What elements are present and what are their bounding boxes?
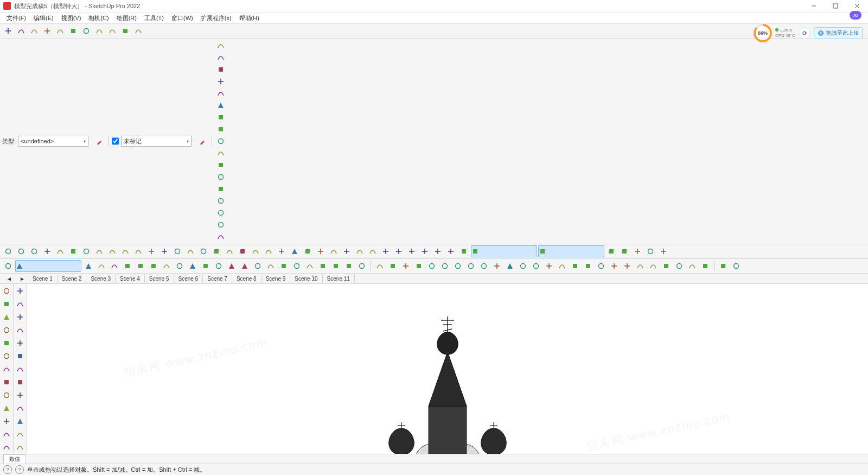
- help-hint1-icon[interactable]: ?: [3, 465, 12, 474]
- curve3-icon[interactable]: [452, 260, 464, 272]
- tag-checkbox[interactable]: [112, 136, 119, 146]
- boxes4-icon[interactable]: [215, 219, 227, 231]
- dot2-icon[interactable]: [556, 260, 568, 272]
- delete-icon[interactable]: [80, 25, 92, 37]
- zoomwin-icon[interactable]: [14, 415, 26, 427]
- ruler-icon[interactable]: [387, 260, 399, 272]
- menu-draw[interactable]: 绘图(R): [113, 13, 140, 23]
- menu-camera[interactable]: 相机(C): [85, 13, 112, 23]
- offset-icon[interactable]: [171, 245, 183, 257]
- prev-icon[interactable]: [14, 428, 26, 440]
- walk-icon[interactable]: [354, 245, 366, 257]
- tape-icon[interactable]: [224, 245, 235, 257]
- scene-tab-10[interactable]: Scene 10: [290, 275, 322, 283]
- menu-file[interactable]: 文件(F): [3, 13, 29, 23]
- curve1-icon[interactable]: [426, 260, 438, 272]
- fog-icon[interactable]: [658, 245, 669, 257]
- scene-tab-4[interactable]: Scene 4: [116, 275, 145, 283]
- angle-icon[interactable]: [699, 260, 711, 272]
- col-icon[interactable]: [621, 260, 633, 272]
- rotate-icon[interactable]: [197, 245, 209, 257]
- rect2-icon[interactable]: [122, 260, 133, 272]
- eraser-icon[interactable]: [15, 245, 27, 257]
- boxes2-icon[interactable]: [215, 195, 227, 207]
- menu-view[interactable]: 视图(V): [58, 13, 85, 23]
- scene-tab-3[interactable]: Scene 3: [86, 275, 116, 283]
- bool3-icon[interactable]: [538, 245, 604, 257]
- tri2-icon[interactable]: [686, 260, 698, 272]
- paint-icon[interactable]: [200, 260, 212, 272]
- house2-icon[interactable]: [673, 260, 685, 272]
- ai-label-icon[interactable]: [14, 311, 26, 323]
- pencil-tool-icon[interactable]: [1, 350, 12, 362]
- text-tool-icon[interactable]: [14, 324, 26, 336]
- orbit-icon[interactable]: [302, 245, 314, 257]
- book-icon[interactable]: [215, 40, 227, 52]
- frame-icon[interactable]: [717, 260, 729, 272]
- rect3-icon[interactable]: [135, 260, 146, 272]
- cube-shade-icon[interactable]: [215, 64, 227, 75]
- drop-icon[interactable]: [265, 260, 277, 272]
- boxes-icon[interactable]: [215, 183, 227, 195]
- globe-icon[interactable]: [278, 260, 290, 272]
- sandbox4-icon[interactable]: [432, 245, 444, 257]
- upload-dropzone[interactable]: 拖拽至此上传: [814, 27, 863, 39]
- scale-icon[interactable]: [210, 245, 222, 257]
- z1-icon[interactable]: [226, 260, 238, 272]
- wave2-icon[interactable]: [330, 260, 342, 272]
- freehand-icon[interactable]: [41, 245, 53, 257]
- menu-help[interactable]: 帮助(H): [236, 13, 263, 23]
- search-icon[interactable]: [2, 260, 14, 272]
- help-icon[interactable]: [132, 25, 144, 37]
- col2-icon[interactable]: [634, 260, 646, 272]
- target-icon[interactable]: [291, 260, 303, 272]
- move-icon[interactable]: [184, 245, 196, 257]
- wave3-icon[interactable]: [343, 260, 355, 272]
- position-icon[interactable]: [380, 245, 392, 257]
- stack1-icon[interactable]: [517, 260, 529, 272]
- protractor-tool-icon[interactable]: [14, 350, 26, 362]
- cube-wire-icon[interactable]: [215, 52, 227, 64]
- select-icon[interactable]: [2, 245, 14, 257]
- box-icon[interactable]: [400, 260, 412, 272]
- sandbox3-icon[interactable]: [419, 245, 431, 257]
- scene-tab-9[interactable]: Scene 9: [261, 275, 291, 283]
- section-icon[interactable]: [289, 245, 301, 257]
- dot-icon[interactable]: [543, 260, 555, 272]
- arc-b-icon[interactable]: [582, 260, 594, 272]
- tri-icon[interactable]: [608, 260, 620, 272]
- saw-icon[interactable]: [491, 260, 503, 272]
- bool2-icon[interactable]: [471, 245, 537, 257]
- type-select[interactable]: <undefined>▾: [18, 136, 88, 147]
- text-icon[interactable]: [250, 245, 261, 257]
- stack-icon[interactable]: [215, 159, 227, 171]
- sandbox1-icon[interactable]: [393, 245, 405, 257]
- new-file-icon[interactable]: [2, 25, 14, 37]
- arc3-tool-icon[interactable]: [1, 441, 12, 453]
- perf-gauge[interactable]: 86%: [754, 24, 772, 42]
- sun-icon[interactable]: [631, 245, 643, 257]
- pan-tool-icon[interactable]: [14, 389, 26, 401]
- refresh-icon[interactable]: ⟳: [799, 27, 810, 39]
- graph-icon[interactable]: [413, 260, 425, 272]
- menu-edit[interactable]: 编辑(E): [30, 13, 57, 23]
- shadow-icon[interactable]: [644, 245, 656, 257]
- curve4-icon[interactable]: [465, 260, 477, 272]
- scene-tab-6[interactable]: Scene 6: [174, 275, 203, 283]
- circle-tool-icon[interactable]: [1, 389, 12, 401]
- globe2-icon[interactable]: [730, 260, 742, 272]
- look-icon[interactable]: [367, 245, 379, 257]
- bool1-icon[interactable]: [458, 245, 470, 257]
- eraser-tool-icon[interactable]: [1, 324, 12, 336]
- paste-icon[interactable]: [67, 25, 79, 37]
- table-icon[interactable]: [215, 123, 227, 135]
- scene-tab-2[interactable]: Scene 2: [58, 275, 87, 283]
- bucket-icon[interactable]: [252, 260, 264, 272]
- grid-icon[interactable]: [647, 260, 659, 272]
- brush-icon[interactable]: [1, 337, 12, 349]
- scene-prev-icon[interactable]: ◄: [3, 273, 15, 284]
- scene-tab-5[interactable]: Scene 5: [145, 275, 174, 283]
- zoom-tool-icon[interactable]: [14, 402, 26, 414]
- print-icon[interactable]: [119, 25, 131, 37]
- scene-next-icon[interactable]: ►: [16, 273, 28, 284]
